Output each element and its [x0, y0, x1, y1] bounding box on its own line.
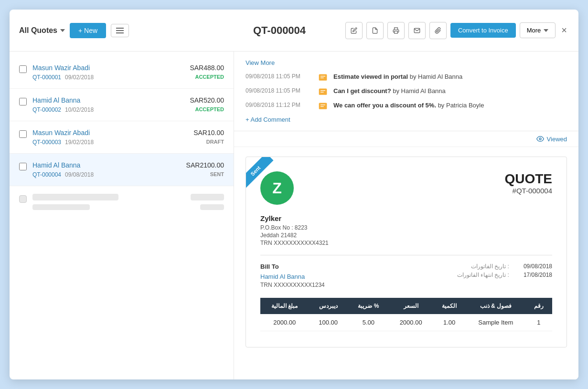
activity-main-text: Can I get discount? [333, 87, 391, 95]
edit-button[interactable] [345, 22, 363, 39]
pdf-button[interactable] [366, 22, 384, 39]
activity-main-text: We can offer you a discount of 5%. [333, 102, 436, 109]
cell-amount: 2000.00 [260, 314, 309, 331]
col-discount: ديبردس [309, 298, 347, 314]
cell-num: 1 [525, 314, 552, 331]
viewed-label: Viewed [547, 136, 567, 143]
view-more-link[interactable]: View More [246, 59, 567, 66]
sent-ribbon-text: Sent [246, 157, 273, 189]
edit-icon [351, 27, 357, 34]
list-item-body: Masun Wazir Abadi QT-000001 09/02/2018 [32, 64, 184, 81]
quote-doc-inner: Sent Z QUOTE #QT-000004 Zylker P.O.Box N… [246, 157, 567, 347]
svg-rect-1 [319, 74, 327, 81]
svg-rect-0 [394, 31, 397, 33]
list-item-body: Masun Wazir Abadi QT-000003 19/02/2018 [32, 129, 188, 146]
all-quotes-button[interactable]: All Quotes [19, 26, 65, 35]
list-item-name: Masun Wazir Abadi [32, 129, 188, 137]
list-item-date: 09/08/2018 [65, 171, 94, 178]
bill-date-row: : تاريخ الفاتورات 09/08/2018 [457, 263, 552, 270]
list-item-right: SAR2100.00 SENT [186, 161, 224, 177]
quotes-list-panel: Masun Wazir Abadi QT-000001 09/02/2018 S… [10, 52, 234, 379]
app-container: All Quotes + New QT-000004 [10, 10, 578, 379]
convert-to-invoice-button[interactable]: Convert to Invoice [450, 23, 516, 38]
quote-number: #QT-000004 [504, 187, 552, 195]
list-item-id: QT-000003 [32, 139, 61, 146]
company-city: Jeddah 21482 [260, 232, 552, 239]
close-button[interactable]: × [559, 23, 569, 38]
attachment-button[interactable] [429, 22, 447, 39]
list-item-meta: QT-000002 10/02/2018 [32, 106, 184, 113]
cell-discount: 100.00 [309, 314, 347, 331]
col-qty: الكمية [433, 298, 466, 314]
email-button[interactable] [408, 22, 426, 39]
list-item[interactable]: Masun Wazir Abadi QT-000001 09/02/2018 S… [10, 56, 234, 89]
list-item-active[interactable]: Hamid Al Banna QT-000004 09/08/2018 SAR2… [10, 154, 234, 186]
list-item-status: ACCEPTED [190, 74, 224, 80]
cell-rate: 2000.00 [389, 314, 433, 331]
activity-timestamp: 09/08/2018 11:12 PM [246, 102, 312, 108]
quote-document: Sent Z QUOTE #QT-000004 Zylker P.O.Box N… [234, 147, 578, 379]
svg-rect-4 [319, 89, 327, 95]
doc-divider [260, 255, 552, 255]
list-item-meta: QT-000001 09/02/2018 [32, 74, 184, 81]
cell-tax: 5.00 [348, 314, 389, 331]
bill-name: Hamid Al Banna [260, 273, 325, 280]
activity-text: Estimate viewed in portal by Hamid Al Ba… [333, 73, 567, 80]
table-header-row: مبلغ المالية ديبردس % ضريبة السعر الكمية… [260, 298, 552, 314]
new-button[interactable]: + New [70, 23, 106, 38]
company-info: Zylker P.O.Box No : 8223 Jeddah 21482 TR… [246, 214, 567, 255]
right-panel: View More 09/08/2018 11:05 PM Estimate v… [234, 52, 578, 379]
activity-comment-icon [318, 102, 328, 111]
list-item[interactable]: Masun Wazir Abadi QT-000003 19/02/2018 S… [10, 121, 234, 154]
list-item[interactable]: Hamid Al Banna QT-000002 10/02/2018 SAR5… [10, 89, 234, 121]
list-item-id: QT-000002 [32, 106, 61, 113]
add-comment-link[interactable]: + Add Comment [246, 116, 567, 123]
list-item-checkbox[interactable] [19, 163, 27, 170]
header-center: QT-000004 [244, 22, 569, 39]
more-label: More [527, 27, 541, 34]
sent-ribbon: Sent [246, 157, 289, 200]
activity-timestamp: 09/08/2018 11:05 PM [246, 73, 312, 80]
more-button[interactable]: More [520, 22, 556, 38]
list-item-right: SAR520.00 ACCEPTED [190, 96, 224, 112]
table-row: 2000.00 100.00 5.00 2000.00 1.00 Sample … [260, 314, 552, 331]
close-icon: × [561, 25, 567, 35]
hamburger-icon [116, 28, 124, 33]
new-button-label: + New [78, 27, 97, 34]
list-item-status: SENT [186, 171, 224, 177]
bill-expiry-row: : تاريخ انتهاء الفاتورات 17/08/2018 [457, 272, 552, 278]
cell-qty: 1.00 [433, 314, 466, 331]
bill-trn: TRN XXXXXXXXXX1234 [260, 282, 325, 288]
activity-suffix: by Hamid Al Banna [408, 73, 462, 80]
list-item-body: Hamid Al Banna QT-000002 10/02/2018 [32, 96, 184, 113]
activity-comment-icon [318, 73, 328, 83]
pdf-icon [372, 27, 378, 34]
header: All Quotes + New QT-000004 [10, 10, 578, 52]
list-item-amount: SAR10.00 [193, 129, 224, 137]
list-item-right: SAR10.00 DRAFT [193, 129, 224, 145]
company-name: Zylker [260, 214, 552, 222]
email-icon [414, 27, 420, 34]
bill-date-value: 09/08/2018 [524, 263, 552, 270]
all-quotes-label: All Quotes [19, 26, 57, 35]
activity-text: We can offer you a discount of 5%. by Pa… [333, 102, 567, 109]
svg-rect-7 [319, 103, 327, 109]
col-tax: % ضريبة [348, 298, 389, 314]
list-item-checkbox[interactable] [19, 98, 27, 105]
activity-item: 09/08/2018 11:05 PM Can I get discount? … [246, 87, 567, 97]
list-item-checkbox[interactable] [19, 65, 27, 73]
list-item-date: 19/02/2018 [65, 139, 94, 146]
print-button[interactable] [387, 22, 405, 39]
header-left: All Quotes + New [19, 23, 244, 38]
main-content: Masun Wazir Abadi QT-000001 09/02/2018 S… [10, 52, 578, 379]
quote-id-title: QT-000004 [253, 24, 306, 37]
bill-right: : تاريخ الفاتورات 09/08/2018 : تاريخ انت… [457, 263, 552, 288]
list-item-amount: SAR520.00 [190, 96, 224, 104]
col-rate: السعر [389, 298, 433, 314]
menu-button[interactable] [111, 24, 129, 37]
list-item-date: 10/02/2018 [65, 106, 94, 113]
viewed-bar: Viewed [234, 131, 578, 147]
list-item-checkbox[interactable] [19, 130, 27, 138]
list-item-amount: SAR488.00 [190, 64, 224, 72]
activity-text: Can I get discount? by Hamid Al Banna [333, 87, 567, 95]
